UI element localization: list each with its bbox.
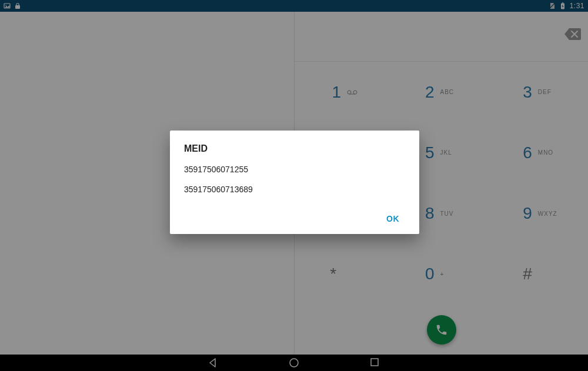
dialog-title: MEID [184,143,405,154]
meid-value-1: 35917506071255 [184,165,405,174]
ok-button[interactable]: OK [380,209,405,228]
dialog-actions: OK [184,205,405,228]
meid-dialog: MEID 35917506071255 359175060713689 OK [170,131,419,234]
meid-value-2: 359175060713689 [184,185,405,194]
